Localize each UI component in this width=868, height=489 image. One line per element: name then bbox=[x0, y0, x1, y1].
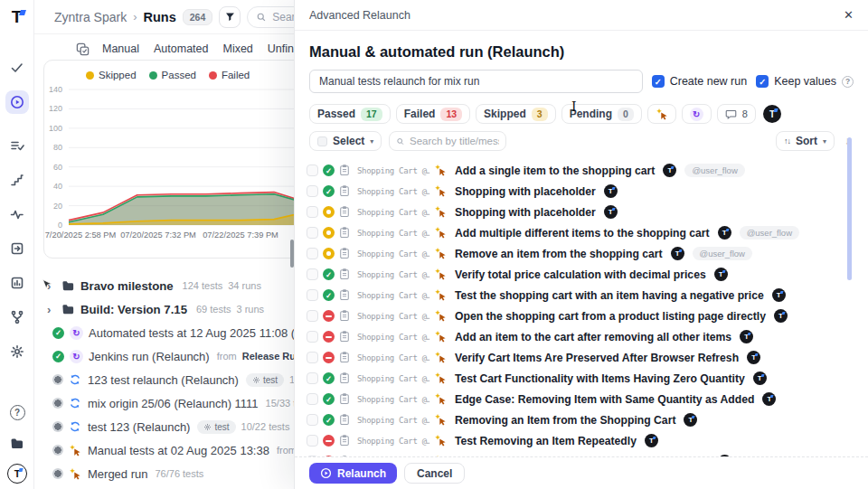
relaunch-button[interactable]: Relaunch bbox=[309, 463, 397, 484]
test-row[interactable]: Shopping Cart @…Removing an Item from th… bbox=[307, 409, 854, 430]
main-search-input[interactable]: Search [C ✕ bbox=[247, 6, 294, 28]
run-row[interactable]: ↻Jenkins run (Relaunch)fromRelease Run 1… bbox=[34, 344, 294, 368]
row-checkbox[interactable] bbox=[307, 310, 318, 322]
run-title-input[interactable] bbox=[309, 70, 643, 93]
app-logo[interactable]: T bbox=[7, 7, 27, 27]
row-checkbox[interactable] bbox=[307, 289, 318, 301]
test-row[interactable]: Shopping Cart @…Add an item to the cart … bbox=[307, 326, 854, 347]
create-new-run-checkbox[interactable]: ✓ Create new run bbox=[652, 75, 747, 88]
row-checkbox[interactable] bbox=[307, 435, 318, 447]
assignee-avatar: T bbox=[718, 226, 731, 240]
runs-icon[interactable] bbox=[5, 90, 29, 114]
test-row[interactable]: Shopping Cart @…Add a single item to the… bbox=[307, 160, 854, 181]
breadcrumb-project[interactable]: Zyntra Spark bbox=[54, 10, 127, 24]
run-name: mix origin 25/06 (Relaunch) 1111 bbox=[88, 397, 259, 410]
chip-automated-icon[interactable]: ↻ bbox=[682, 104, 712, 124]
reports-icon[interactable] bbox=[5, 271, 29, 295]
keep-values-checkbox[interactable]: ✓ Keep values ? bbox=[756, 75, 854, 88]
chip-manual-icon[interactable] bbox=[647, 104, 676, 124]
test-row[interactable]: Shopping Cart @…Test Cart Functionality … bbox=[307, 368, 854, 389]
sort-button[interactable]: ↑↓ Sort ▾ bbox=[776, 131, 835, 151]
run-row[interactable]: 123 test relaunch (Relaunch)test15/23 te… bbox=[34, 368, 294, 391]
row-checkbox[interactable] bbox=[307, 414, 318, 426]
tab-mixed[interactable]: Mixed bbox=[222, 42, 252, 55]
row-checkbox[interactable] bbox=[307, 268, 318, 280]
chip-passed[interactable]: Passed17 bbox=[309, 104, 391, 124]
row-checkbox[interactable] bbox=[307, 227, 318, 239]
avatar-accent bbox=[725, 229, 729, 231]
test-row[interactable]: Shopping Cart @…Shopping with placeholde… bbox=[307, 202, 854, 222]
tests-search[interactable] bbox=[389, 131, 506, 151]
test-title: Open the shopping cart from a product li… bbox=[455, 310, 766, 323]
test-row[interactable]: Shopping Cart @…Edge Case: Removing Item… bbox=[307, 389, 854, 409]
test-case-icon bbox=[339, 268, 353, 281]
profile-avatar[interactable]: T bbox=[7, 464, 27, 484]
close-icon[interactable]: ✕ bbox=[844, 8, 854, 22]
runs-count-badge: 264 bbox=[183, 9, 213, 25]
check-icon[interactable] bbox=[5, 56, 29, 80]
row-checkbox[interactable] bbox=[307, 165, 318, 176]
test-case-icon bbox=[339, 434, 353, 447]
run-row[interactable]: Merged run76/76 tests bbox=[34, 462, 294, 485]
assignee-avatar: T bbox=[663, 164, 676, 177]
projects-folder-icon[interactable] bbox=[5, 432, 29, 456]
run-row[interactable]: Manual tests at 02 Aug 2025 13:38fromCus… bbox=[34, 438, 294, 462]
tests-search-input[interactable] bbox=[410, 136, 499, 146]
help-icon[interactable]: ? bbox=[5, 400, 29, 424]
run-row[interactable]: ↻Automated tests at 12 Aug 2025 11:08 (R… bbox=[34, 321, 294, 344]
test-row[interactable]: Shopping Cart @…Test the shopping cart w… bbox=[307, 285, 854, 306]
filter-button[interactable] bbox=[219, 6, 241, 28]
milestone-row[interactable]: ›Build: Version 7.1569 tests3 runs bbox=[34, 297, 294, 321]
test-row[interactable]: Shopping Cart @…Open the shopping cart f… bbox=[307, 306, 854, 326]
checklist-icon[interactable] bbox=[5, 134, 29, 157]
chip-comment-icon[interactable]: 8 bbox=[717, 104, 756, 124]
test-row[interactable]: Shopping Cart @…Add multiple different i… bbox=[307, 222, 854, 243]
folder-icon bbox=[61, 279, 75, 293]
run-row[interactable]: test 123 (Relaunch)test10/22 tests bbox=[34, 415, 294, 438]
activity-icon[interactable] bbox=[5, 202, 29, 226]
select-all-icon[interactable] bbox=[76, 42, 90, 56]
branch-icon[interactable] bbox=[5, 306, 29, 329]
milestone-row[interactable]: ›Bravo milestone124 tests34 runs bbox=[34, 274, 294, 297]
run-row[interactable]: mix origin 25/06 (Relaunch) 111115/33 te… bbox=[34, 391, 294, 415]
status-passed-icon bbox=[323, 185, 335, 197]
test-row[interactable]: Shopping Cart @…Test Removing an Item Re… bbox=[307, 430, 854, 451]
chip-skipped[interactable]: Skipped3 bbox=[476, 104, 556, 124]
test-row[interactable]: Shopping Cart @…Verify Cart Items Are Pr… bbox=[307, 347, 854, 368]
test-row[interactable]: Shopping Cart @…Remove an item from the … bbox=[307, 243, 854, 264]
cancel-button[interactable]: Cancel bbox=[404, 463, 465, 484]
steps-icon[interactable] bbox=[5, 168, 29, 192]
settings-gear-icon[interactable] bbox=[5, 340, 29, 363]
tab-automated[interactable]: Automated bbox=[154, 42, 208, 55]
status-passed-icon bbox=[323, 393, 335, 405]
row-checkbox[interactable] bbox=[307, 185, 318, 197]
row-checkbox[interactable] bbox=[307, 331, 318, 343]
row-checkbox[interactable] bbox=[307, 393, 318, 405]
row-checkbox[interactable] bbox=[307, 372, 318, 384]
row-checkbox[interactable] bbox=[307, 352, 318, 363]
svg-text:60: 60 bbox=[53, 163, 62, 172]
test-row[interactable]: Shopping Cart @…Verify total price calcu… bbox=[307, 264, 854, 285]
select-button[interactable]: Select ▾ bbox=[309, 131, 382, 151]
rail-footer: ? T bbox=[0, 400, 34, 484]
row-checkbox[interactable] bbox=[307, 248, 318, 259]
test-title: Edge Case: Removing Item with Same Quant… bbox=[455, 393, 754, 406]
search-icon bbox=[256, 12, 267, 23]
chip-pending[interactable]: Pending0 bbox=[561, 104, 642, 124]
tests-scrollbar-thumb[interactable] bbox=[847, 137, 852, 280]
chevron-right-icon[interactable]: › bbox=[47, 303, 56, 316]
test-tag: @user_flow bbox=[740, 226, 799, 240]
tab-unfinished[interactable]: Unfinished bbox=[268, 42, 294, 55]
main-search-value: Search [C bbox=[272, 11, 294, 24]
tab-manual[interactable]: Manual bbox=[102, 42, 139, 55]
chip-failed[interactable]: Failed13 bbox=[396, 104, 470, 124]
test-row[interactable]: Shopping Cart @…Shopping with placeholde… bbox=[307, 181, 854, 202]
avatar-accent bbox=[748, 333, 751, 335]
row-checkbox[interactable] bbox=[307, 206, 318, 218]
chevron-down-icon: ▾ bbox=[823, 137, 826, 146]
test-case-icon bbox=[339, 226, 353, 240]
export-icon[interactable] bbox=[5, 237, 29, 260]
test-title: Remove an item from the shopping cart bbox=[455, 248, 663, 260]
relaunch-sync-icon bbox=[69, 397, 82, 410]
breadcrumb-page[interactable]: Runs bbox=[143, 10, 175, 24]
